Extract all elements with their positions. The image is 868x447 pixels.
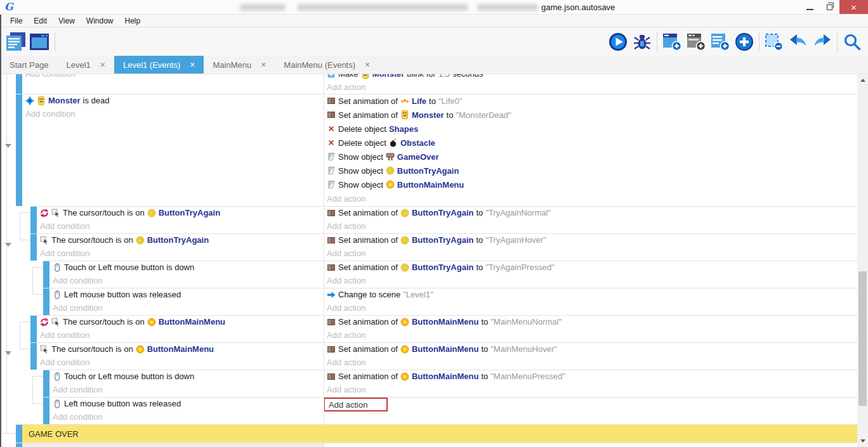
event-selection-bar[interactable] [43, 397, 49, 424]
restore-button[interactable] [820, 0, 839, 14]
orange-button-object-icon [400, 345, 409, 354]
menu-view[interactable]: View [53, 15, 81, 27]
tab-mainmenu-events[interactable]: MainMenu (Events)× [275, 56, 379, 74]
scene-arrow-icon [327, 290, 336, 299]
action-set-animation[interactable]: Set animation of ButtonTryAgain to "TryA… [327, 261, 857, 274]
yellow-button-object-icon [147, 209, 156, 217]
event-selection-bar[interactable] [16, 443, 22, 447]
add-sub-event-button[interactable] [684, 30, 708, 54]
action-make-blink[interactable]: Make Monster blink for 1.5 seconds [327, 74, 857, 81]
inverted-condition-icon [40, 209, 49, 217]
tab-level1-events[interactable]: Level1 (Events)× [114, 56, 204, 74]
add-action-button[interactable]: Add action [327, 274, 857, 287]
menu-bar: File Edit View Window Help [0, 15, 868, 27]
action-delete-shapes[interactable]: Delete object Shapes [327, 122, 857, 136]
close-tab-icon[interactable]: × [190, 60, 195, 69]
add-condition-button[interactable]: Add condition [0, 219, 324, 233]
orange-button-object-icon [400, 318, 409, 327]
delete-x-icon [327, 138, 336, 147]
debug-button[interactable] [630, 30, 654, 54]
tab-level1[interactable]: Level1× [57, 56, 114, 74]
action-set-animation-life[interactable]: Set animation of Life to "Life0" [327, 94, 857, 108]
condition-cursor-on-tryagain-inverted[interactable]: The cursor/touch is on ButtonTryAgain [0, 206, 324, 219]
event-selection-bar[interactable] [16, 94, 22, 206]
add-action-button[interactable]: Add action [327, 383, 857, 396]
action-delete-obstacle[interactable]: Delete object Obstacle [327, 136, 857, 150]
condition-monster-is-dead[interactable]: Monster is dead [0, 94, 324, 107]
add-condition-button[interactable]: Add condition [0, 107, 324, 120]
close-tab-icon[interactable]: × [100, 60, 105, 69]
event-selection-bar[interactable] [30, 206, 37, 233]
event-selection-bar[interactable] [43, 288, 49, 315]
toolbar [0, 27, 868, 56]
event-selection-bar[interactable] [30, 233, 37, 261]
action-set-animation-monster[interactable]: Set animation of Monster to "MonsterDead… [327, 108, 857, 122]
tab-start-page[interactable]: Start Page [1, 56, 57, 74]
close-tab-icon[interactable]: × [365, 60, 370, 69]
event-selection-bar[interactable] [43, 370, 49, 397]
scroll-up-icon[interactable] [860, 79, 865, 82]
add-action-button[interactable]: Add action [327, 219, 857, 233]
scene-editor-button[interactable] [28, 30, 52, 54]
add-other-event-button[interactable] [732, 30, 756, 54]
event-selection-bar[interactable] [16, 424, 22, 443]
menu-help[interactable]: Help [119, 15, 147, 27]
menu-edit[interactable]: Edit [28, 15, 53, 27]
event-selection-bar[interactable] [43, 261, 49, 288]
action-show-buttontryagain[interactable]: Show object ButtonTryAgain [327, 164, 857, 178]
event-selection-bar[interactable] [16, 74, 22, 94]
add-condition-button[interactable]: Add condition [0, 356, 324, 369]
comment-event[interactable]: GAME OVER [22, 425, 857, 443]
collapse-arrow-icon[interactable] [5, 144, 11, 148]
collapse-arrow-icon[interactable] [5, 243, 11, 247]
add-condition-button[interactable]: Add condition [0, 247, 324, 260]
add-action-button[interactable]: Add action [327, 301, 857, 314]
undo-button[interactable] [786, 30, 810, 54]
redo-button[interactable] [810, 30, 834, 54]
delete-selection-button[interactable] [762, 30, 786, 54]
add-condition-button[interactable]: Add condition [0, 328, 324, 342]
event-selection-bar[interactable] [30, 342, 37, 370]
vertical-scrollbar[interactable] [857, 74, 868, 447]
add-action-button[interactable]: Add action [327, 81, 857, 94]
action-change-scene[interactable]: Change to scene "Level1" [327, 288, 857, 301]
project-manager-button[interactable] [4, 30, 28, 54]
add-action-button[interactable]: Add action [327, 247, 857, 260]
show-object-icon [327, 152, 336, 161]
menu-file[interactable]: File [4, 15, 28, 27]
cursor-icon [40, 345, 49, 354]
condition-cursor-on-mainmenu[interactable]: The cursor/touch is on ButtonMainMenu [0, 342, 324, 356]
action-set-animation[interactable]: Set animation of ButtonTryAgain to "TryA… [327, 233, 857, 247]
animation-icon [327, 345, 336, 354]
search-button[interactable] [840, 30, 864, 54]
action-set-animation[interactable]: Set animation of ButtonTryAgain to "TryA… [327, 206, 857, 219]
scrollbar-thumb[interactable] [858, 271, 867, 406]
menu-window[interactable]: Window [81, 15, 119, 27]
yellow-button-object-icon [386, 166, 395, 175]
add-action-button[interactable]: Add action [327, 191, 857, 205]
event-selection-bar[interactable] [30, 315, 37, 342]
action-set-animation[interactable]: Set animation of ButtonMainMenu to "Main… [327, 370, 857, 383]
add-action-button-highlighted[interactable]: Add action [324, 398, 388, 411]
add-action-button[interactable]: Add action [327, 328, 857, 342]
action-show-buttonmainmenu[interactable]: Show object ButtonMainMenu [327, 178, 857, 191]
collapse-arrow-icon[interactable] [5, 351, 11, 355]
close-button[interactable]: × [839, 0, 868, 14]
tab-mainmenu[interactable]: MainMenu× [204, 56, 275, 74]
add-condition-button[interactable]: Add condition [0, 74, 324, 81]
mouse-icon [53, 290, 62, 299]
action-show-gameover[interactable]: Show object GameOver [327, 150, 857, 164]
add-comment-button[interactable] [708, 30, 732, 54]
condition-cursor-on-mainmenu-inverted[interactable]: The cursor/touch is on ButtonMainMenu [0, 315, 324, 328]
add-action-button[interactable]: Add action [327, 356, 857, 369]
show-object-icon [327, 180, 336, 189]
animation-icon [327, 236, 336, 245]
action-set-animation[interactable]: Set animation of ButtonMainMenu to "Main… [327, 342, 857, 356]
action-set-animation[interactable]: Set animation of ButtonMainMenu to "Main… [327, 315, 857, 328]
preview-play-button[interactable] [606, 30, 630, 54]
close-tab-icon[interactable]: × [261, 60, 266, 69]
minimize-button[interactable] [800, 0, 820, 14]
condition-cursor-on-tryagain[interactable]: The cursor/touch is on ButtonTryAgain [0, 233, 324, 247]
add-event-button[interactable] [660, 30, 684, 54]
scroll-down-icon[interactable] [860, 439, 865, 443]
